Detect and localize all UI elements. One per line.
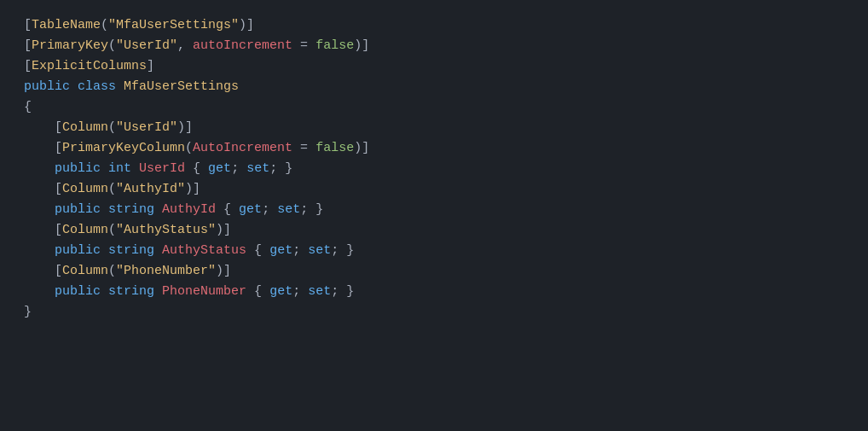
code-token-plain — [154, 284, 162, 299]
code-token-plain: ; } — [300, 202, 323, 217]
code-token-property: AuthyStatus — [162, 243, 246, 258]
code-token-bracket: [ — [55, 182, 62, 196]
code-token-bracket: ( — [108, 223, 116, 237]
code-token-keyword: set — [308, 243, 331, 258]
code-token-attribute: Column — [62, 264, 108, 278]
code-token-bracket: )] — [354, 38, 369, 53]
code-token-keyword: public — [55, 161, 101, 176]
code-token-bracket: [ — [24, 38, 32, 53]
code-token-string: "PhoneNumber" — [116, 264, 216, 278]
code-token-plain: ; — [231, 161, 246, 176]
code-token-plain — [101, 202, 108, 217]
code-token-keyword: get — [239, 202, 262, 217]
code-token-plain: = — [292, 38, 315, 53]
code-token-plain — [101, 161, 108, 176]
code-token-keyword: set — [246, 161, 269, 176]
code-token-type: string — [108, 202, 154, 217]
code-token-bracket: )] — [216, 264, 231, 278]
code-token-property: autoIncrement — [193, 38, 292, 53]
code-token-plain — [101, 284, 108, 299]
code-token-plain: ; — [292, 284, 308, 299]
code-token-bracket: )] — [185, 182, 200, 196]
code-token-keyword: public — [55, 243, 101, 258]
code-token-plain: } — [24, 305, 32, 319]
code-token-value: false — [315, 141, 354, 155]
code-token-attribute: Column — [62, 120, 108, 135]
code-token-bracket: )] — [239, 18, 254, 32]
code-token-plain: ; } — [269, 161, 292, 176]
code-token-bracket: ( — [108, 120, 116, 135]
code-line: public string PhoneNumber { get; set; } — [24, 282, 844, 302]
code-token-plain: = — [292, 141, 315, 155]
code-token-plain: , — [177, 38, 193, 53]
code-token-string: "UserId" — [116, 120, 177, 135]
code-token-property: PhoneNumber — [162, 284, 246, 299]
code-token-attribute: ExplicitColumns — [32, 59, 147, 73]
code-token-keyword: public — [55, 284, 101, 299]
code-token-value: false — [315, 38, 354, 53]
code-token-type: int — [108, 161, 131, 176]
code-token-bracket: )] — [216, 223, 231, 237]
code-line: [TableName("MfaUserSettings")] — [24, 15, 844, 36]
code-token-plain: { — [246, 284, 269, 299]
code-line: [Column("PhoneNumber")] — [24, 261, 844, 282]
code-token-bracket: ( — [108, 182, 116, 196]
code-line: public string AuthyId { get; set; } — [24, 200, 844, 220]
code-token-attribute: PrimaryKeyColumn — [62, 141, 185, 155]
code-line: [Column("UserId")] — [24, 118, 844, 138]
code-token-keyword: public — [55, 202, 101, 217]
code-token-attribute: TableName — [32, 18, 101, 32]
code-token-bracket: )] — [354, 141, 369, 155]
code-line: [ExplicitColumns] — [24, 56, 844, 77]
code-token-bracket: [ — [55, 264, 62, 278]
code-token-plain — [154, 202, 162, 217]
code-token-bracket: ( — [185, 141, 193, 155]
code-token-attribute: Column — [62, 223, 108, 237]
code-token-bracket: [ — [24, 59, 32, 73]
code-token-bracket: ( — [101, 18, 108, 32]
code-token-bracket: [ — [55, 223, 62, 237]
code-token-bracket: [ — [24, 18, 32, 32]
code-line: public class MfaUserSettings — [24, 77, 844, 97]
code-token-string: "AuthyStatus" — [116, 223, 216, 237]
code-token-plain: ; — [292, 243, 308, 258]
code-token-bracket: [ — [55, 120, 62, 135]
code-line: { — [24, 97, 844, 118]
code-token-bracket: )] — [177, 120, 193, 135]
code-token-plain: ; — [262, 202, 277, 217]
code-line: [Column("AuthyId")] — [24, 179, 844, 200]
code-token-plain — [101, 243, 108, 258]
code-token-keyword: set — [277, 202, 300, 217]
code-token-type: string — [108, 284, 154, 299]
code-line: [PrimaryKey("UserId", autoIncrement = fa… — [24, 36, 844, 56]
code-editor: [TableName("MfaUserSettings")][PrimaryKe… — [24, 15, 844, 323]
code-token-keyword: get — [269, 284, 292, 299]
code-token-keyword: get — [269, 243, 292, 258]
code-token-string: "AuthyId" — [116, 182, 185, 196]
code-token-property: UserId — [139, 161, 185, 176]
code-token-keyword: set — [308, 284, 331, 299]
code-line: } — [24, 302, 844, 323]
code-token-plain — [116, 79, 124, 94]
code-token-keyword: public — [24, 79, 70, 94]
code-token-plain: ; } — [331, 243, 354, 258]
code-token-bracket: ( — [108, 264, 116, 278]
code-token-property: AutoIncrement — [193, 141, 292, 155]
code-line: [Column("AuthyStatus")] — [24, 220, 844, 241]
code-token-string: "MfaUserSettings" — [108, 18, 239, 32]
code-token-plain: { — [216, 202, 239, 217]
code-token-plain: { — [246, 243, 269, 258]
code-token-attribute: Column — [62, 182, 108, 196]
code-line: [PrimaryKeyColumn(AutoIncrement = false)… — [24, 138, 844, 159]
code-token-bracket: ] — [147, 59, 154, 73]
code-token-plain — [131, 161, 139, 176]
code-token-plain: { — [24, 100, 32, 114]
code-token-plain — [70, 79, 78, 94]
code-token-classname: MfaUserSettings — [124, 79, 239, 94]
code-token-plain — [154, 243, 162, 258]
code-token-bracket: [ — [55, 141, 62, 155]
code-token-type: string — [108, 243, 154, 258]
code-token-string: "UserId" — [116, 38, 177, 53]
code-line: public int UserId { get; set; } — [24, 159, 844, 179]
code-token-keyword: get — [208, 161, 231, 176]
